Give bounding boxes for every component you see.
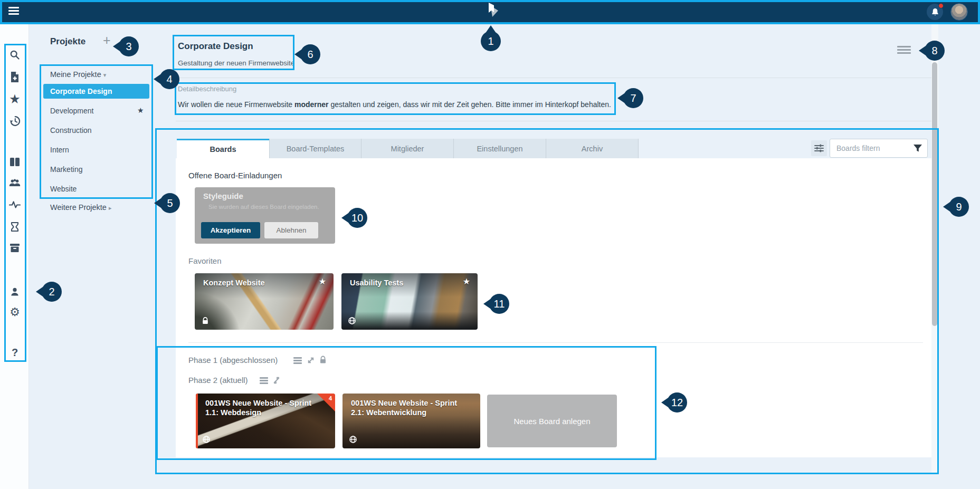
annotation-marker-1: 1 (481, 31, 501, 51)
annotation-marker-4: 4 (159, 69, 179, 89)
notification-corner-badge (317, 394, 335, 411)
user-icon[interactable] (9, 286, 21, 298)
sidebar-item-development[interactable]: Development (50, 107, 94, 115)
annotation-box-description (175, 82, 616, 115)
phase-1-name: Phase 1 (abgeschlossen) (188, 356, 278, 365)
search-icon[interactable] (9, 49, 21, 61)
sidebar-item-construction[interactable]: Construction (50, 126, 92, 135)
tab-boards[interactable]: Boards (177, 139, 269, 158)
annotation-marker-2: 2 (42, 282, 62, 302)
scrollbar-thumb[interactable] (932, 62, 937, 326)
invitation-message: Sie wurden auf dieses Board eingeladen. (208, 204, 319, 210)
annotation-marker-5: 5 (160, 193, 180, 213)
group-label: Weitere Projekte (50, 203, 107, 212)
tab-mitglieder[interactable]: Mitglieder (361, 139, 454, 158)
tab-einstellungen[interactable]: Einstellungen (454, 139, 546, 158)
board-card-konzept-website[interactable]: Konzept Website ★ (195, 273, 334, 330)
star-icon[interactable]: ★ (319, 276, 326, 286)
user-avatar[interactable] (950, 3, 968, 21)
new-board-label: Neues Board anlegen (513, 417, 590, 426)
annotation-marker-10: 10 (347, 208, 367, 228)
sidebar-item-intern[interactable]: Intern (50, 146, 69, 154)
favorite-star-icon: ★ (137, 106, 144, 114)
new-document-icon[interactable] (9, 71, 21, 83)
description-text-bold: moderner (294, 100, 329, 109)
badge-count: 4 (329, 395, 332, 401)
annotation-marker-11: 11 (489, 294, 509, 314)
star-icon[interactable]: ★ (463, 276, 470, 286)
annotation-marker-7: 7 (623, 88, 643, 108)
group-weitere-projekte[interactable]: Weitere Projekte ▸ (50, 203, 111, 212)
board-title: Usability Tests (350, 278, 459, 287)
annotation-marker-3: 3 (119, 36, 139, 56)
board-title: 001WS Neue Website - Sprint 1.1: Webdesi… (205, 398, 312, 417)
icon-sidebar: ★ ⚙ ? (0, 24, 29, 489)
lock-icon (318, 356, 328, 364)
tab-board-templates[interactable]: Board-Templates (269, 139, 361, 158)
notification-unread-badge (938, 3, 944, 8)
collapse-icon[interactable] (272, 376, 281, 385)
chevron-down-icon: ▾ (103, 72, 107, 78)
decline-button[interactable]: Ablehnen (264, 222, 318, 238)
board-title: Konzept Website (203, 278, 315, 287)
annotation-marker-12: 12 (667, 392, 687, 413)
hourglass-icon[interactable] (9, 221, 21, 233)
sidebar-item-marketing[interactable]: Marketing (50, 165, 82, 174)
divider (188, 342, 923, 343)
group-label: Meine Projekte (50, 70, 101, 79)
accept-button[interactable]: Akzeptieren (201, 222, 260, 238)
menu-icon[interactable] (293, 357, 302, 366)
sidebar-item-corporate-design[interactable]: Corporate Design (43, 84, 149, 99)
divider (176, 121, 931, 121)
board-card-sprint-2-1[interactable]: 001WS Neue Website - Sprint 2.1: Webentw… (342, 394, 480, 448)
tab-archiv[interactable]: Archiv (546, 139, 639, 158)
project-label: Corporate Design (50, 87, 112, 95)
invitation-title: Styleguide (203, 191, 243, 200)
projects-heading: Projekte (50, 36, 85, 47)
description-text-part: Wir wollen die neue Firmenwebsite (178, 100, 294, 109)
team-icon[interactable] (9, 177, 21, 188)
star-icon[interactable]: ★ (9, 93, 21, 105)
description-label: Detailbeschreibung (178, 85, 236, 93)
tune-icon[interactable] (811, 140, 827, 156)
activity-icon[interactable] (9, 199, 21, 210)
project-menu-icon[interactable] (897, 46, 911, 54)
new-board-button[interactable]: Neues Board anlegen (487, 395, 617, 447)
history-icon[interactable] (9, 115, 21, 127)
sidebar-item-website[interactable]: Website (50, 185, 77, 193)
board-title: 001WS Neue Website - Sprint 2.1: Webentw… (351, 398, 461, 417)
board-icon[interactable] (9, 156, 21, 168)
group-meine-projekte[interactable]: Meine Projekte ▾ (50, 70, 106, 79)
globe-icon (203, 436, 210, 443)
card-accent-stripe (196, 394, 198, 448)
board-card-sprint-1-1[interactable]: 4 001WS Neue Website - Sprint 1.1: Webde… (196, 394, 335, 448)
description-text: Wir wollen die neue Firmenwebsite modern… (178, 100, 611, 109)
settings-icon[interactable]: ⚙ (9, 306, 21, 318)
phase-2-name: Phase 2 (aktuell) (188, 376, 248, 385)
app-logo (486, 3, 499, 22)
chevron-right-icon: ▸ (109, 205, 112, 211)
help-icon[interactable]: ? (9, 347, 21, 358)
annotation-marker-8: 8 (925, 41, 945, 61)
page-subtitle: Gestaltung der neuen Firmenwebsite (178, 59, 294, 67)
funnel-icon[interactable] (913, 143, 922, 153)
globe-icon (349, 436, 357, 443)
lock-icon (202, 317, 209, 324)
annotation-marker-6: 6 (300, 44, 320, 64)
menu-icon[interactable] (260, 377, 268, 386)
add-project-button[interactable]: + (103, 33, 111, 48)
invitation-card-styleguide: Styleguide Sie wurden auf dieses Board e… (195, 187, 335, 244)
favorites-heading: Favoriten (188, 256, 222, 265)
description-text-part: gestalten und zeigen, dass wir mit der Z… (329, 100, 611, 109)
board-card-usability-tests[interactable]: Usability Tests ★ (341, 273, 478, 330)
globe-icon (348, 317, 356, 324)
hamburger-menu-icon[interactable] (8, 7, 19, 15)
annotation-marker-9: 9 (949, 197, 969, 217)
divider (176, 78, 931, 78)
expand-icon[interactable] (306, 356, 316, 365)
page-title: Corporate Design (178, 41, 253, 52)
archive-icon[interactable] (9, 242, 21, 254)
invitations-heading: Offene Board-Einladungen (188, 171, 282, 180)
